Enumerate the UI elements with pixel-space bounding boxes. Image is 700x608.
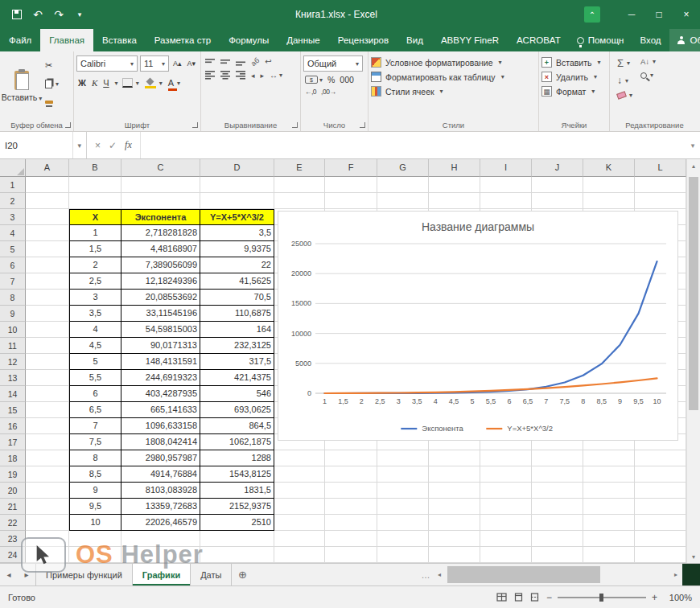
cell-F21[interactable] [325, 499, 377, 515]
ribbon-tab-7[interactable]: Вид [397, 29, 432, 51]
cell-F19[interactable] [325, 466, 377, 483]
font-size-select[interactable]: 11▾ [140, 55, 169, 72]
cell-K19[interactable] [583, 466, 635, 483]
column-header-C[interactable]: C [121, 159, 200, 177]
column-header-L[interactable]: L [635, 159, 686, 177]
cell-styles-button[interactable]: Стили ячеек▾ [371, 86, 536, 97]
percent-style-button[interactable]: % [327, 75, 335, 84]
column-header-G[interactable]: G [377, 159, 429, 177]
cell-A7[interactable] [26, 273, 69, 290]
cell-H1[interactable] [429, 177, 480, 193]
wrap-text-button[interactable]: ↩ [265, 57, 271, 66]
row-header-17[interactable]: 17 [0, 434, 26, 450]
close-button[interactable]: × [673, 0, 700, 29]
maximize-button[interactable]: □ [645, 0, 673, 29]
select-all-corner[interactable] [0, 159, 26, 177]
cell-A23[interactable] [26, 531, 69, 547]
cell-C3[interactable]: Экспонента [121, 209, 200, 225]
cell-I20[interactable] [480, 483, 532, 499]
cell-D10[interactable]: 164 [200, 322, 274, 338]
cell-F2[interactable] [325, 193, 377, 209]
cell-J24[interactable] [532, 547, 583, 563]
align-bottom-button[interactable] [236, 58, 245, 66]
cell-G23[interactable] [377, 531, 429, 547]
column-header-B[interactable]: B [69, 159, 121, 177]
cell-A1[interactable] [26, 177, 69, 193]
vertical-scroll-thumb[interactable] [689, 177, 698, 410]
cell-C1[interactable] [121, 177, 200, 193]
underline-button[interactable]: Ч [101, 75, 110, 91]
fill-color-button[interactable]: ▾ [143, 75, 164, 91]
cell-D9[interactable]: 110,6875 [200, 306, 274, 322]
cell-C13[interactable]: 244,6919323 [121, 370, 200, 386]
cell-C6[interactable]: 7,389056099 [121, 257, 200, 273]
cell-B5[interactable]: 1,5 [69, 241, 121, 257]
row-header-15[interactable]: 15 [0, 402, 26, 418]
cell-D6[interactable]: 22 [200, 257, 274, 273]
cell-H23[interactable] [429, 531, 480, 547]
cell-A15[interactable] [26, 402, 69, 418]
cell-B20[interactable]: 9 [69, 483, 121, 499]
cell-G20[interactable] [377, 483, 429, 499]
cell-B24[interactable] [69, 547, 121, 563]
copy-button[interactable]: ▾ [43, 76, 60, 92]
ribbon-tab-9[interactable]: ACROBAT [508, 29, 570, 51]
cell-A21[interactable] [26, 499, 69, 515]
cell-J20[interactable] [532, 483, 583, 499]
horizontal-scroll-thumb[interactable] [447, 566, 600, 583]
row-header-4[interactable]: 4 [0, 225, 26, 241]
cell-C20[interactable]: 8103,083928 [121, 483, 200, 499]
cell-H19[interactable] [429, 466, 480, 483]
share-button[interactable]: Общий доступ [669, 29, 700, 51]
cell-L19[interactable] [635, 466, 686, 483]
cell-F23[interactable] [325, 531, 377, 547]
cell-H21[interactable] [429, 499, 480, 515]
horizontal-scroll-track[interactable] [446, 564, 669, 585]
cell-A2[interactable] [26, 193, 69, 209]
cell-C24[interactable] [121, 547, 200, 563]
cell-A3[interactable] [26, 209, 69, 225]
cell-D11[interactable]: 232,3125 [200, 338, 274, 354]
cell-B10[interactable]: 4 [69, 322, 121, 338]
cell-A8[interactable] [26, 290, 69, 306]
cell-G1[interactable] [377, 177, 429, 193]
cell-F18[interactable] [325, 450, 377, 466]
scroll-up-icon[interactable]: ▴ [687, 159, 700, 172]
cell-J2[interactable] [532, 193, 583, 209]
cell-L18[interactable] [635, 450, 686, 466]
row-header-1[interactable]: 1 [0, 177, 26, 193]
cell-D20[interactable]: 1831,5 [200, 483, 274, 499]
cut-button[interactable]: ✂ [43, 57, 60, 73]
cell-C23[interactable] [121, 531, 200, 547]
cell-D15[interactable]: 693,0625 [200, 402, 274, 418]
row-header-19[interactable]: 19 [0, 466, 26, 483]
enter-icon[interactable]: ✓ [109, 140, 117, 151]
cell-B11[interactable]: 4,5 [69, 338, 121, 354]
conditional-formatting-button[interactable]: Условное форматирование▾ [371, 57, 536, 68]
cell-A16[interactable] [26, 418, 69, 434]
cell-C2[interactable] [121, 193, 200, 209]
cell-K20[interactable] [583, 483, 635, 499]
row-header-3[interactable]: 3 [0, 209, 26, 225]
cell-A11[interactable] [26, 338, 69, 354]
cell-C11[interactable]: 90,0171313 [121, 338, 200, 354]
format-painter-button[interactable] [43, 94, 60, 110]
cell-J1[interactable] [532, 177, 583, 193]
row-header-2[interactable]: 2 [0, 193, 26, 209]
cell-E18[interactable] [274, 450, 325, 466]
decrease-decimal-button[interactable]: ,00→ [321, 88, 336, 96]
sign-in-button[interactable]: Вход [632, 29, 668, 51]
cell-A14[interactable] [26, 386, 69, 402]
cell-H24[interactable] [429, 547, 480, 563]
cell-B22[interactable]: 10 [69, 515, 121, 531]
cell-L20[interactable] [635, 483, 686, 499]
row-header-18[interactable]: 18 [0, 450, 26, 466]
cell-C9[interactable]: 33,11545196 [121, 306, 200, 322]
cell-G19[interactable] [377, 466, 429, 483]
scroll-down-icon[interactable]: ▾ [687, 550, 700, 563]
cell-J22[interactable] [532, 515, 583, 531]
merge-center-button[interactable]: ↔▾ [270, 71, 282, 80]
ribbon-display-options-icon[interactable]: ⌃ [584, 6, 600, 23]
cell-A4[interactable] [26, 225, 69, 241]
find-select-button[interactable]: ▾ [640, 72, 656, 79]
